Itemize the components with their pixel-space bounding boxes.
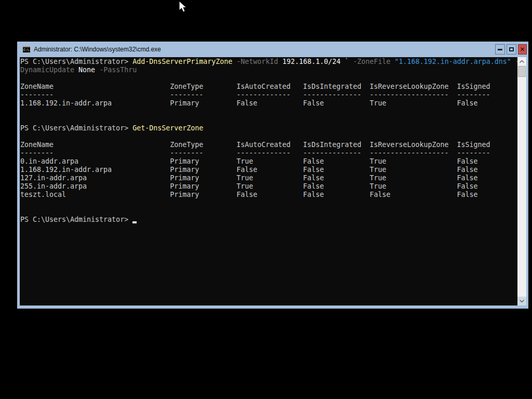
console-text-segment: -NetworkId bbox=[236, 58, 278, 65]
console-line bbox=[20, 207, 517, 216]
console-text-segment: 127.in-addr.arpa Primary True False True… bbox=[20, 174, 478, 182]
console-text-segment: 1.168.192.in-addr.arpa Primary False Fal… bbox=[20, 166, 478, 174]
console-line bbox=[20, 199, 517, 207]
console-text-segment bbox=[95, 66, 99, 74]
console-line: ZoneName ZoneType IsAutoCreated IsDsInte… bbox=[20, 83, 517, 91]
console-text-segment: ` bbox=[340, 58, 353, 65]
maximize-button[interactable] bbox=[507, 44, 516, 55]
text-cursor bbox=[132, 217, 137, 223]
chevron-down-icon bbox=[520, 300, 524, 302]
console-text-segment: -------- -------- ------------- --------… bbox=[20, 149, 490, 157]
window-client-area: PS C:\Users\Administrator> Add-DnsServer… bbox=[20, 57, 526, 305]
chevron-up-icon bbox=[520, 60, 524, 63]
desktop: C:\. Administrator: C:\Windows\system32\… bbox=[0, 0, 532, 399]
console-text-segment: None bbox=[78, 66, 95, 74]
console-text-segment: Get-DnsServerZone bbox=[132, 124, 203, 132]
console-text-segment: 1.168.192.in-addr.arpa Primary False Fal… bbox=[20, 99, 478, 107]
maximize-icon bbox=[509, 47, 514, 51]
console-text-segment bbox=[74, 66, 78, 74]
title-bar[interactable]: C:\. Administrator: C:\Windows\system32\… bbox=[20, 42, 526, 57]
console-text-segment: 192.168.1.0/24 bbox=[278, 58, 340, 65]
console-line bbox=[20, 74, 517, 83]
console-text-segment: 0.in-addr.arpa Primary True False True F… bbox=[20, 157, 478, 165]
console-text-segment: -------- -------- ------------- --------… bbox=[20, 91, 490, 99]
mouse-arrow-icon bbox=[179, 1, 188, 14]
console-text-segment bbox=[391, 58, 395, 65]
console-output[interactable]: PS C:\Users\Administrator> Add-DnsServer… bbox=[20, 57, 517, 305]
console-line: 1.168.192.in-addr.arpa Primary False Fal… bbox=[20, 166, 517, 174]
console-line: 255.in-addr.arpa Primary True False True… bbox=[20, 182, 517, 191]
console-text-segment: -ZoneFile bbox=[353, 58, 391, 65]
console-text-segment: ZoneName ZoneType IsAutoCreated IsDsInte… bbox=[20, 83, 490, 90]
cmd-icon: C:\. bbox=[22, 46, 31, 53]
svg-text:C:\.: C:\. bbox=[23, 48, 31, 51]
console-text-segment bbox=[511, 58, 515, 65]
cmd-window: C:\. Administrator: C:\Windows\system32\… bbox=[17, 42, 528, 309]
console-text-segment: PS C:\Users\Administrator> bbox=[20, 58, 132, 65]
console-line: -------- -------- ------------- --------… bbox=[20, 91, 517, 99]
console-line: PS C:\Users\Administrator> bbox=[20, 216, 517, 224]
console-text-segment: PS C:\Users\Administrator> bbox=[20, 216, 132, 223]
console-line bbox=[20, 108, 517, 116]
window-controls: ✕ bbox=[494, 44, 527, 55]
console-line: DynamicUpdate None -PassThru bbox=[20, 66, 517, 74]
console-line: PS C:\Users\Administrator> Add-DnsServer… bbox=[20, 58, 517, 66]
console-text-segment: 255.in-addr.arpa Primary True False True… bbox=[20, 182, 478, 190]
scrollbar-thumb[interactable] bbox=[518, 66, 526, 77]
console-line bbox=[20, 132, 517, 141]
console-text-segment: "1.168.192.in-addr.arpa.dns" bbox=[395, 58, 511, 65]
scroll-down-button[interactable] bbox=[517, 297, 526, 305]
window-title: Administrator: C:\Windows\system32\cmd.e… bbox=[34, 46, 494, 53]
console-text-segment: teszt.local Primary False False False Fa… bbox=[20, 191, 478, 198]
close-button[interactable]: ✕ bbox=[518, 44, 527, 55]
console-line: PS C:\Users\Administrator> Get-DnsServer… bbox=[20, 124, 517, 132]
console-line: 0.in-addr.arpa Primary True False True F… bbox=[20, 157, 517, 166]
console-line: -------- -------- ------------- --------… bbox=[20, 149, 517, 157]
console-text-segment: Add-DnsServerPrimaryZone bbox=[132, 58, 232, 65]
console-text-segment: ZoneName ZoneType IsAutoCreated IsDsInte… bbox=[20, 141, 490, 149]
console-line: teszt.local Primary False False False Fa… bbox=[20, 191, 517, 199]
console-text-segment: DynamicUpdate bbox=[20, 66, 74, 74]
console-line bbox=[20, 116, 517, 124]
scrollbar[interactable] bbox=[517, 57, 526, 305]
minimize-button[interactable] bbox=[495, 44, 505, 55]
console-line: 127.in-addr.arpa Primary True False True… bbox=[20, 174, 517, 182]
console-text-segment: -PassThru bbox=[99, 66, 137, 74]
scroll-up-button[interactable] bbox=[517, 57, 526, 66]
console-text-segment: PS C:\Users\Administrator> bbox=[20, 124, 132, 132]
console-line: ZoneName ZoneType IsAutoCreated IsDsInte… bbox=[20, 141, 517, 149]
console-line: 1.168.192.in-addr.arpa Primary False Fal… bbox=[20, 99, 517, 108]
close-icon: ✕ bbox=[520, 46, 525, 52]
minimize-icon bbox=[498, 49, 502, 50]
